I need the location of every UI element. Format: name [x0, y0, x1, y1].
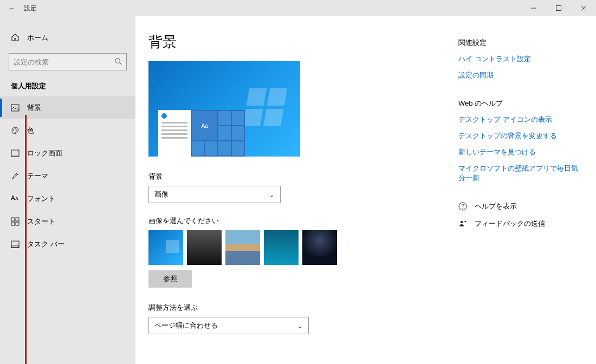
- font-icon: AA: [11, 194, 20, 203]
- combo-value: ページ幅に合わせる: [154, 321, 218, 330]
- palette-icon: [11, 126, 20, 135]
- svg-rect-15: [16, 222, 19, 225]
- close-button[interactable]: [571, 0, 596, 16]
- browse-button[interactable]: 参照: [148, 270, 192, 288]
- nav-list: 背景 色 ロック画面 テーマ AA フォント: [0, 96, 135, 256]
- preview-sample-tiles: Aa: [191, 110, 245, 157]
- chevron-down-icon: ⌄: [269, 191, 275, 199]
- feedback-label: フィードバックの送信: [475, 219, 545, 229]
- combo-value: 画像: [154, 190, 169, 199]
- nav-label: ロック画面: [27, 148, 62, 158]
- nav-background[interactable]: 背景: [0, 96, 135, 119]
- lockscreen-icon: [11, 149, 20, 158]
- help-label: ヘルプを表示: [475, 202, 517, 211]
- help-link[interactable]: ヘルプを表示: [458, 202, 583, 211]
- thumbnail-3[interactable]: [225, 230, 260, 265]
- image-thumbnails: [148, 230, 452, 265]
- back-button[interactable]: ←: [0, 4, 24, 12]
- right-pane: 関連設定 ハイ コントラスト設定 設定の同期 Web のヘルプ デスクトップ ア…: [458, 32, 583, 348]
- nav-label: 色: [27, 126, 34, 135]
- link-wallpaper-app[interactable]: マイクロソフトの壁紙アプリで毎日気分一新: [458, 164, 583, 183]
- thumbnail-5[interactable]: [302, 230, 337, 265]
- svg-rect-12: [11, 218, 15, 221]
- nav-label: フォント: [27, 194, 55, 204]
- home-icon: [11, 33, 20, 43]
- help-icon: [458, 202, 467, 211]
- webhelp-header: Web のヘルプ: [458, 99, 583, 108]
- nav-fonts[interactable]: AA フォント: [0, 187, 135, 210]
- svg-line-5: [120, 62, 122, 64]
- start-icon: [11, 217, 20, 226]
- nav-label: スタート: [27, 217, 55, 226]
- svg-rect-11: [11, 155, 19, 157]
- svg-rect-13: [16, 218, 19, 221]
- background-type-label: 背景: [148, 172, 452, 181]
- thumbnail-4[interactable]: [264, 230, 299, 265]
- nav-themes[interactable]: テーマ: [0, 165, 135, 187]
- sidebar: ホーム 個人用設定 背景 色 ロッ: [0, 16, 135, 364]
- title-bar: ← 設定: [0, 0, 596, 16]
- background-preview: Aa: [148, 61, 300, 157]
- fit-label: 調整方法を選ぶ: [148, 303, 452, 313]
- link-sync-settings[interactable]: 設定の同期: [458, 70, 583, 80]
- nav-label: タスク バー: [27, 239, 64, 249]
- home-link[interactable]: ホーム: [0, 27, 135, 49]
- brush-icon: [11, 172, 20, 180]
- link-show-desktop-icons[interactable]: デスクトップ アイコンの表示: [458, 115, 583, 125]
- maximize-button[interactable]: [546, 0, 571, 16]
- nav-label: 背景: [27, 103, 41, 113]
- svg-rect-6: [11, 105, 19, 111]
- search-icon: [114, 57, 122, 67]
- thumbnail-1[interactable]: [148, 230, 183, 265]
- choose-image-label: 画像を選んでください: [148, 216, 452, 226]
- nav-lockscreen[interactable]: ロック画面: [0, 142, 135, 165]
- nav-label: テーマ: [27, 171, 48, 181]
- preview-aa-tile: Aa: [192, 111, 217, 140]
- feedback-link[interactable]: フィードバックの送信: [458, 219, 583, 229]
- settings-window: ← 設定 ホーム 個人用設定: [0, 0, 596, 364]
- link-change-background[interactable]: デスクトップの背景を変更する: [458, 131, 583, 141]
- sidebar-section-title: 個人用設定: [0, 78, 135, 96]
- main-pane: 背景 Aa 背景 画像 ⌄ 画像を選んでください: [148, 32, 452, 348]
- background-type-select[interactable]: 画像 ⌄: [148, 186, 281, 203]
- thumbnail-2[interactable]: [187, 230, 222, 265]
- fit-select[interactable]: ページ幅に合わせる ⌄: [148, 317, 309, 334]
- nav-start[interactable]: スタート: [0, 210, 135, 233]
- link-find-themes[interactable]: 新しいテーマを見つける: [458, 147, 583, 157]
- taskbar-icon: [11, 240, 20, 249]
- related-header: 関連設定: [458, 38, 583, 48]
- annotation-red-line: [25, 115, 27, 364]
- link-high-contrast[interactable]: ハイ コントラスト設定: [458, 54, 583, 64]
- nav-colors[interactable]: 色: [0, 119, 135, 142]
- home-label: ホーム: [27, 33, 48, 43]
- feedback-icon: [458, 219, 467, 228]
- minimize-button[interactable]: [521, 0, 546, 16]
- preview-sample-window: [158, 110, 191, 157]
- svg-rect-17: [11, 246, 19, 248]
- nav-taskbar[interactable]: タスク バー: [0, 233, 135, 256]
- search-input[interactable]: [14, 58, 114, 66]
- svg-rect-16: [11, 241, 19, 248]
- page-title: 背景: [148, 32, 452, 51]
- search-box[interactable]: [9, 53, 127, 70]
- svg-point-19: [462, 208, 463, 209]
- svg-point-20: [461, 221, 463, 223]
- window-title: 設定: [24, 4, 37, 13]
- svg-point-8: [15, 128, 16, 129]
- svg-point-7: [13, 129, 14, 131]
- svg-rect-1: [556, 6, 561, 11]
- chevron-down-icon: ⌄: [297, 322, 303, 330]
- picture-icon: [11, 103, 20, 112]
- svg-point-4: [115, 58, 120, 63]
- svg-rect-14: [11, 222, 15, 225]
- svg-point-9: [16, 129, 17, 131]
